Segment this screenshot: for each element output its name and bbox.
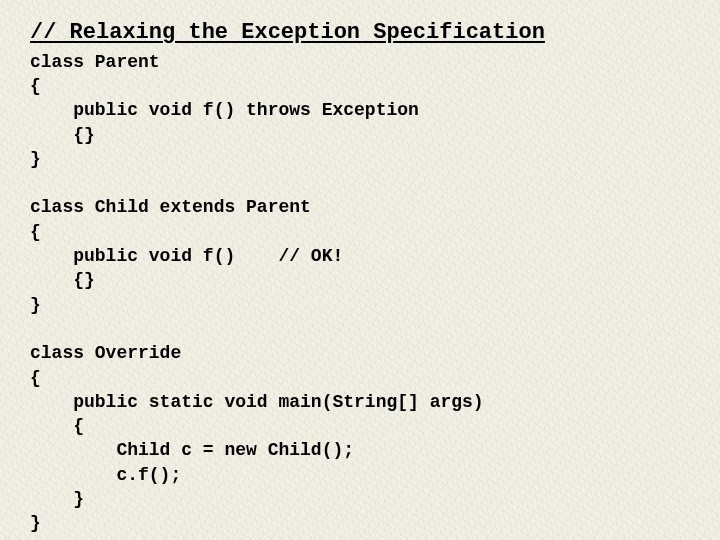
code-block: class Parent { public void f() throws Ex… (30, 50, 720, 536)
slide-title: // Relaxing the Exception Specification (30, 18, 720, 48)
